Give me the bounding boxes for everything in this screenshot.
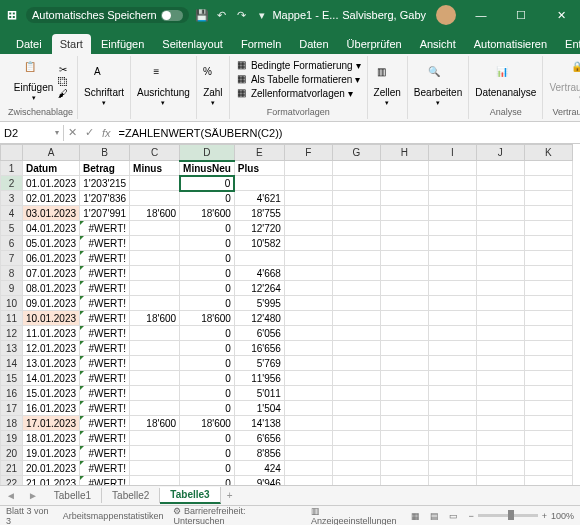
row-header-8[interactable]: 8	[1, 266, 23, 281]
cell-B20[interactable]: #WERT!	[80, 446, 130, 461]
cell-B10[interactable]: #WERT!	[80, 296, 130, 311]
cell-G20[interactable]	[332, 446, 380, 461]
cell-K13[interactable]	[524, 341, 572, 356]
cell-F3[interactable]	[284, 191, 332, 206]
cell-J20[interactable]	[476, 446, 524, 461]
cell-B15[interactable]: #WERT!	[80, 371, 130, 386]
cell-E16[interactable]: 5'011	[234, 386, 284, 401]
tab-ueberpruefen[interactable]: Überprüfen	[339, 34, 410, 54]
cell-J4[interactable]	[476, 206, 524, 221]
cell-H12[interactable]	[380, 326, 428, 341]
cell-G2[interactable]	[332, 176, 380, 191]
row-header-2[interactable]: 2	[1, 176, 23, 191]
cell-K6[interactable]	[524, 236, 572, 251]
cell-C4[interactable]: 18'600	[130, 206, 180, 221]
cell-A14[interactable]: 13.01.2023	[23, 356, 80, 371]
cell-J15[interactable]	[476, 371, 524, 386]
cell-B4[interactable]: 1'207'991	[80, 206, 130, 221]
cell-J10[interactable]	[476, 296, 524, 311]
undo-icon[interactable]: ↶	[215, 9, 229, 22]
cell-E2[interactable]	[234, 176, 284, 191]
cell-G21[interactable]	[332, 461, 380, 476]
cell-I6[interactable]	[428, 236, 476, 251]
tab-formeln[interactable]: Formeln	[233, 34, 289, 54]
sheet-nav-prev[interactable]: ◄	[0, 490, 22, 501]
cell-H9[interactable]	[380, 281, 428, 296]
row-header-10[interactable]: 10	[1, 296, 23, 311]
cell-K2[interactable]	[524, 176, 572, 191]
view-layout-icon[interactable]: ▤	[430, 511, 439, 521]
cell-F19[interactable]	[284, 431, 332, 446]
cell-A6[interactable]: 05.01.2023	[23, 236, 80, 251]
cell-C14[interactable]	[130, 356, 180, 371]
copy-icon[interactable]: ⿻	[57, 76, 69, 88]
zoom-control[interactable]: − + 100%	[468, 511, 574, 521]
cell-E15[interactable]: 11'956	[234, 371, 284, 386]
col-header-H[interactable]: H	[380, 145, 428, 161]
cell-G15[interactable]	[332, 371, 380, 386]
cell-H14[interactable]	[380, 356, 428, 371]
status-display-settings[interactable]: ▥ Anzeigeeinstellungen	[311, 506, 401, 526]
cell-E18[interactable]: 14'138	[234, 416, 284, 431]
cell-F16[interactable]	[284, 386, 332, 401]
cell-K14[interactable]	[524, 356, 572, 371]
cell-F20[interactable]	[284, 446, 332, 461]
cell-G18[interactable]	[332, 416, 380, 431]
row-header-22[interactable]: 22	[1, 476, 23, 486]
cell-B5[interactable]: #WERT!	[80, 221, 130, 236]
zoom-level[interactable]: 100%	[551, 511, 574, 521]
cell-C1[interactable]: Minus	[130, 161, 180, 176]
cell-B14[interactable]: #WERT!	[80, 356, 130, 371]
cell-E10[interactable]: 5'995	[234, 296, 284, 311]
cell-H17[interactable]	[380, 401, 428, 416]
cell-E22[interactable]: 9'946	[234, 476, 284, 486]
cell-C18[interactable]: 18'600	[130, 416, 180, 431]
cell-C16[interactable]	[130, 386, 180, 401]
cell-B1[interactable]: Betrag	[80, 161, 130, 176]
cell-G8[interactable]	[332, 266, 380, 281]
accept-formula-icon[interactable]: ✓	[81, 126, 98, 139]
cell-I15[interactable]	[428, 371, 476, 386]
cell-E11[interactable]: 12'480	[234, 311, 284, 326]
cell-D8[interactable]: 0	[180, 266, 235, 281]
col-header-G[interactable]: G	[332, 145, 380, 161]
cell-F12[interactable]	[284, 326, 332, 341]
cell-J9[interactable]	[476, 281, 524, 296]
conditional-format-button[interactable]: ▦Bedingte Formatierung ▾	[234, 58, 363, 72]
cut-icon[interactable]: ✂	[57, 64, 69, 76]
cell-A18[interactable]: 17.01.2023	[23, 416, 80, 431]
cell-D9[interactable]: 0	[180, 281, 235, 296]
cell-E21[interactable]: 424	[234, 461, 284, 476]
editing-button[interactable]: 🔍Bearbeiten▾	[412, 64, 464, 109]
row-header-3[interactable]: 3	[1, 191, 23, 206]
cell-C7[interactable]	[130, 251, 180, 266]
cell-C15[interactable]	[130, 371, 180, 386]
cell-J12[interactable]	[476, 326, 524, 341]
zoom-slider[interactable]	[478, 514, 538, 517]
fx-icon[interactable]: fx	[98, 127, 115, 139]
font-button[interactable]: ASchriftart▾	[82, 64, 126, 109]
cell-J21[interactable]	[476, 461, 524, 476]
cell-A7[interactable]: 06.01.2023	[23, 251, 80, 266]
cell-J17[interactable]	[476, 401, 524, 416]
view-pagebreak-icon[interactable]: ▭	[449, 511, 458, 521]
row-header-15[interactable]: 15	[1, 371, 23, 386]
view-normal-icon[interactable]: ▦	[411, 511, 420, 521]
cell-C11[interactable]: 18'600	[130, 311, 180, 326]
qat-dropdown-icon[interactable]: ▾	[255, 9, 269, 22]
cell-F8[interactable]	[284, 266, 332, 281]
cell-G22[interactable]	[332, 476, 380, 486]
row-header-14[interactable]: 14	[1, 356, 23, 371]
cell-G5[interactable]	[332, 221, 380, 236]
cell-H18[interactable]	[380, 416, 428, 431]
col-header-B[interactable]: B	[80, 145, 130, 161]
cell-B7[interactable]: #WERT!	[80, 251, 130, 266]
cell-E17[interactable]: 1'504	[234, 401, 284, 416]
cell-K22[interactable]	[524, 476, 572, 486]
cell-D10[interactable]: 0	[180, 296, 235, 311]
cell-A15[interactable]: 14.01.2023	[23, 371, 80, 386]
cell-H16[interactable]	[380, 386, 428, 401]
spreadsheet-grid[interactable]: ABCDEFGHIJK1DatumBetragMinusMinusNeuPlus…	[0, 144, 580, 485]
cell-A21[interactable]: 20.01.2023	[23, 461, 80, 476]
cell-J19[interactable]	[476, 431, 524, 446]
